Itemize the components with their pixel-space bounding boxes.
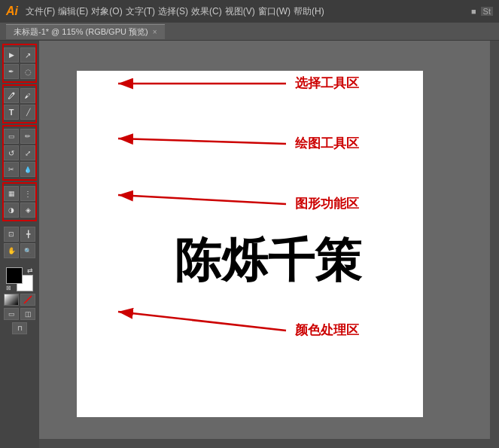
menu-text[interactable]: 文字(T) xyxy=(126,5,155,18)
extra-tool-group: ⊡ ╋ xyxy=(2,223,37,262)
canvas-area: 陈烁千策 选择工具区 绘图工具区 图形功能区 颜色处理区 xyxy=(39,41,499,448)
svg-point-0 xyxy=(13,93,15,95)
fill-gradient-button[interactable] xyxy=(4,294,19,306)
hand-tool[interactable] xyxy=(4,243,19,258)
pen-tool[interactable] xyxy=(4,88,19,103)
color-tool-group xyxy=(2,182,37,221)
tool-row-3 xyxy=(4,88,35,103)
tab-label: 未标题-1* @ 115% (RGB/GPU 预览) xyxy=(14,26,148,38)
menu-view[interactable]: 视图(V) xyxy=(225,5,255,18)
line-tool[interactable] xyxy=(20,105,35,120)
menu-help[interactable]: 帮助(H) xyxy=(294,5,324,18)
graph-tool[interactable] xyxy=(4,186,19,201)
tool-row-11 xyxy=(4,243,35,258)
slice-tool[interactable]: ╋ xyxy=(20,227,35,242)
tool-row-6 xyxy=(4,145,35,160)
title-bar: Ai 文件(F) 编辑(E) 对象(O) 文字(T) 选择(S) 效果(C) 视… xyxy=(0,0,499,23)
magic-wand-tool[interactable] xyxy=(4,64,19,79)
mesh-tool[interactable] xyxy=(20,186,35,201)
menu-effect[interactable]: 效果(C) xyxy=(191,5,222,18)
brush-tool[interactable] xyxy=(20,88,35,103)
fill-mode-row xyxy=(4,294,35,306)
selection-tool-group xyxy=(2,44,37,83)
color-area: ⇄ ⊠ ▭ ◫ ⊓ xyxy=(2,264,37,337)
tool-row-4 xyxy=(4,105,35,120)
extra-icon-row: ▭ ◫ xyxy=(4,308,35,320)
zoom-tool[interactable] xyxy=(20,243,35,258)
none-icon xyxy=(23,294,33,305)
ai-logo: Ai xyxy=(6,5,18,18)
change-screen-mode[interactable]: ▭ xyxy=(4,308,19,320)
menu-edit[interactable]: 编辑(E) xyxy=(58,5,88,18)
bottom-scrollbar[interactable] xyxy=(39,439,499,448)
swap-colors-icon[interactable]: ⇄ xyxy=(27,267,33,274)
selection-tool[interactable] xyxy=(4,47,19,62)
right-icon-2[interactable]: St xyxy=(481,7,493,16)
right-icon-1[interactable]: ■ xyxy=(471,7,476,16)
reset-colors-icon[interactable]: ⊠ xyxy=(6,285,11,291)
direct-selection-tool[interactable] xyxy=(20,47,35,62)
shape-tool-group xyxy=(2,125,37,181)
drawing-tool-group xyxy=(2,84,37,123)
bottom-icon-row: ⊓ xyxy=(12,322,27,334)
tool-row-1 xyxy=(4,47,35,62)
draw-inside-button[interactable]: ◫ xyxy=(20,308,35,320)
menu-object[interactable]: 对象(O) xyxy=(91,5,122,18)
rectangle-tool[interactable] xyxy=(4,129,19,144)
tool-row-8 xyxy=(4,186,35,201)
rotate-tool[interactable] xyxy=(4,145,19,160)
pen-icon xyxy=(7,91,16,100)
scissors-tool[interactable] xyxy=(4,162,19,177)
tab-bar: 未标题-1* @ 115% (RGB/GPU 预览) × xyxy=(0,23,499,41)
color-swatches: ⇄ ⊠ xyxy=(6,267,33,291)
pencil-tool[interactable] xyxy=(20,129,35,144)
menu-window[interactable]: 窗口(W) xyxy=(258,5,291,18)
eyedropper-tool[interactable] xyxy=(20,162,35,177)
tab-close-button[interactable]: × xyxy=(153,28,157,36)
tool-row-10: ⊡ ╋ xyxy=(4,227,35,242)
svg-line-1 xyxy=(24,296,32,303)
text-tool[interactable] xyxy=(4,105,19,120)
gradient-tool[interactable] xyxy=(4,203,19,218)
screen-mode-button[interactable]: ⊓ xyxy=(12,322,27,334)
tool-row-9 xyxy=(4,203,35,218)
tool-row-5 xyxy=(4,129,35,144)
canvas-main-text: 陈烁千策 xyxy=(175,229,361,292)
blend-tool[interactable] xyxy=(20,203,35,218)
fill-none-button[interactable] xyxy=(20,294,35,306)
right-scrollbar[interactable] xyxy=(490,41,499,448)
main-area: ⊡ ╋ ⇄ ⊠ xyxy=(0,41,499,448)
toolbar: ⊡ ╋ ⇄ ⊠ xyxy=(0,41,39,448)
menu-file[interactable]: 文件(F) xyxy=(26,5,55,18)
document-canvas: 陈烁千策 xyxy=(77,71,423,417)
document-tab[interactable]: 未标题-1* @ 115% (RGB/GPU 预览) × xyxy=(6,24,165,39)
tool-row-7 xyxy=(4,162,35,177)
artboard-tool[interactable]: ⊡ xyxy=(4,227,19,242)
menu-select[interactable]: 选择(S) xyxy=(158,5,188,18)
lasso-tool[interactable] xyxy=(20,64,35,79)
scale-tool[interactable] xyxy=(20,145,35,160)
tool-row-2 xyxy=(4,64,35,79)
foreground-color-swatch[interactable] xyxy=(6,267,23,284)
